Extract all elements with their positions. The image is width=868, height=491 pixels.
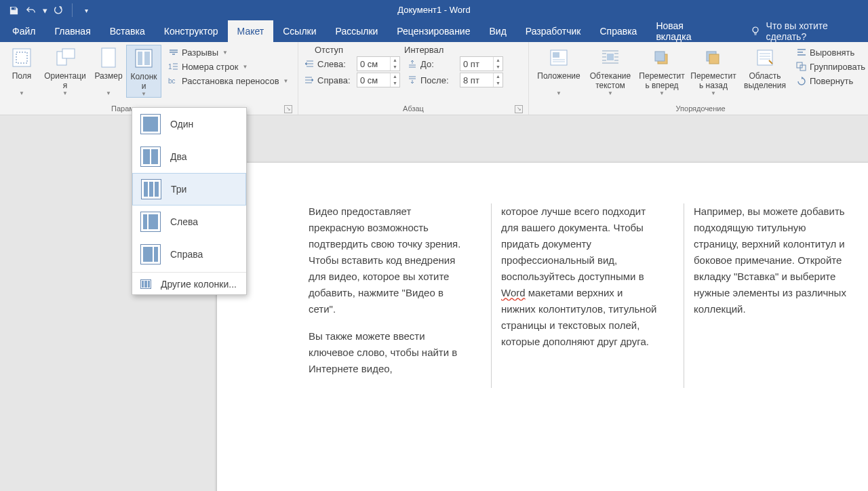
orientation-button[interactable]: Ориентация▼ (39, 45, 91, 96)
wrap-text-button[interactable]: Обтекание текстом▼ (585, 45, 636, 96)
indent-right-spinner[interactable]: ▲▼ (357, 73, 400, 87)
spinner-up[interactable]: ▲ (391, 57, 399, 64)
ribbon-tabstrip: Файл Главная Вставка Конструктор Макет С… (0, 20, 868, 42)
columns-three-icon (141, 179, 161, 199)
space-before-spinner[interactable]: ▲▼ (460, 56, 503, 71)
line-numbers-button[interactable]: 1 Номера строк▼ (165, 60, 291, 73)
undo-more-caret-icon[interactable]: ▾ (42, 3, 47, 17)
spinner-down[interactable]: ▼ (494, 80, 502, 87)
page-setup-dialog-launcher[interactable]: ↘ (284, 105, 292, 113)
spinner-up[interactable]: ▲ (494, 57, 502, 64)
indent-left-icon (304, 58, 315, 69)
group-icon (796, 61, 807, 72)
spinner-down[interactable]: ▼ (494, 64, 502, 71)
space-after-spinner[interactable]: ▲▼ (460, 73, 503, 87)
line-numbers-icon: 1 (168, 61, 179, 72)
group-label-paragraph: Абзац ↘ (302, 104, 524, 115)
spinner-up[interactable]: ▲ (494, 73, 502, 80)
columns-button[interactable]: Колонки▼ (126, 45, 161, 98)
columns-more-item[interactable]: Другие колонки... (132, 274, 246, 294)
hyphenation-button[interactable]: bc Расстановка переносов▼ (165, 75, 291, 87)
tell-me-placeholder: Что вы хотите сделать? (766, 20, 868, 42)
columns-menu-separator (132, 272, 246, 273)
tab-view[interactable]: Вид (479, 20, 515, 42)
columns-right-icon (140, 244, 161, 264)
lightbulb-icon (750, 26, 761, 37)
document-columns: Видео предоставляет прекрасную возможнос… (309, 203, 868, 388)
size-icon (97, 46, 120, 69)
svg-rect-12 (553, 52, 559, 58)
bring-forward-icon (650, 46, 673, 69)
breaks-icon (168, 47, 179, 58)
breaks-button[interactable]: Разрывы▼ (165, 46, 291, 58)
position-icon (547, 46, 570, 69)
tab-home[interactable]: Главная (45, 20, 100, 42)
document-page[interactable]: Видео предоставляет прекрасную возможнос… (217, 163, 868, 491)
position-button[interactable]: Положение▼ (533, 45, 585, 96)
columns-option-right[interactable]: Справа (132, 238, 246, 271)
align-button[interactable]: Выровнять (793, 46, 868, 58)
ribbon: Поля▼ Ориентация▼ Размер▼ Колонки▼ (0, 42, 868, 115)
group-paragraph: Отступ Интервал Слева: ▲▼ Справ (298, 42, 529, 115)
spellcheck-squiggle: Word (501, 287, 526, 298)
redo-icon[interactable] (52, 3, 65, 17)
doc-column-1: Видео предоставляет прекрасную возможнос… (309, 203, 481, 388)
svg-rect-1 (13, 49, 31, 66)
undo-icon[interactable] (24, 3, 38, 17)
margins-button[interactable]: Поля▼ (4, 45, 39, 96)
qat-customize-icon[interactable]: ▾ (79, 3, 93, 17)
send-backward-button[interactable]: Переместить назад▼ (688, 45, 739, 96)
columns-left-icon (140, 212, 161, 232)
svg-rect-17 (709, 54, 719, 64)
wrap-text-icon (599, 46, 622, 69)
spinner-up[interactable]: ▲ (391, 73, 399, 80)
columns-option-three[interactable]: Три (132, 173, 246, 205)
tab-custom[interactable]: Новая вкладка (646, 20, 729, 42)
spinner-down[interactable]: ▼ (391, 80, 399, 87)
svg-rect-8 (144, 52, 150, 65)
paragraph-dialog-launcher[interactable]: ↘ (515, 105, 523, 113)
indent-right-label: Справа: (317, 75, 354, 85)
tab-review[interactable]: Рецензирование (387, 20, 479, 42)
tab-layout[interactable]: Макет (228, 20, 274, 42)
bring-forward-button[interactable]: Переместить вперед▼ (636, 45, 688, 96)
space-after-input[interactable] (460, 73, 493, 87)
columns-option-two[interactable]: Два (132, 140, 246, 173)
margins-icon (10, 46, 33, 69)
rotate-button[interactable]: Повернуть (793, 75, 868, 87)
columns-one-icon (140, 114, 161, 134)
columns-option-left[interactable]: Слева (132, 205, 246, 238)
indent-right-icon (304, 75, 315, 85)
doc-col3-para1: Например, вы можете добавить подходящую … (694, 203, 850, 317)
group-arrange: Положение▼ Обтекание текстом▼ Переместит… (529, 42, 868, 115)
columns-dropdown: Один Два Три Слева Справа Другие колонки… (132, 107, 247, 295)
doc-column-2: которое лучше всего подходит для вашего … (501, 203, 674, 388)
tab-design[interactable]: Конструктор (155, 20, 228, 42)
send-backward-icon (702, 46, 725, 69)
tab-file[interactable]: Файл (3, 20, 45, 42)
selection-pane-button[interactable]: Область выделения (739, 45, 791, 90)
group-page-setup: Поля▼ Ориентация▼ Размер▼ Колонки▼ (0, 42, 298, 115)
tab-insert[interactable]: Вставка (100, 20, 155, 42)
svg-text:1: 1 (168, 63, 172, 71)
space-before-input[interactable] (460, 57, 493, 71)
tab-mailings[interactable]: Рассылки (326, 20, 388, 42)
save-icon[interactable] (7, 3, 20, 17)
tab-developer[interactable]: Разработчик (516, 20, 591, 42)
indent-left-input[interactable] (357, 57, 390, 71)
tell-me-search[interactable]: Что вы хотите сделать? (750, 20, 868, 42)
group-objects-button[interactable]: Группировать (793, 60, 868, 73)
column-separator (684, 203, 684, 388)
columns-option-one[interactable]: Один (132, 108, 246, 140)
selection-pane-icon (753, 46, 776, 69)
quick-access-toolbar: ▾ ▾ (0, 3, 93, 17)
doc-col1-para1: Видео предоставляет прекрасную возможнос… (309, 203, 465, 317)
indent-left-spinner[interactable]: ▲▼ (357, 56, 400, 71)
indent-right-input[interactable] (357, 73, 390, 87)
tab-help[interactable]: Справка (590, 20, 646, 42)
spinner-down[interactable]: ▼ (391, 64, 399, 71)
size-button[interactable]: Размер▼ (91, 45, 126, 96)
doc-col1-para2: Вы также можете ввести ключевое слово, ч… (309, 328, 465, 377)
tab-references[interactable]: Ссылки (273, 20, 326, 42)
svg-point-0 (753, 27, 758, 33)
